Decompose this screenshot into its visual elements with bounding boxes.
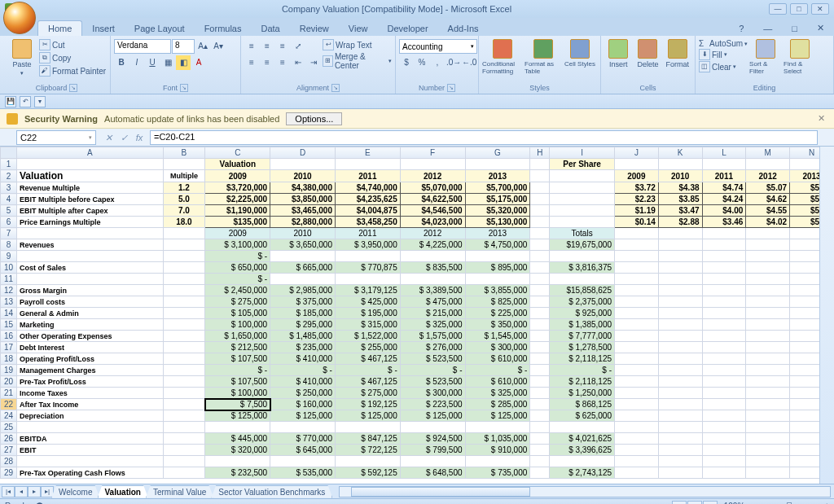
cell-K1[interactable] bbox=[658, 159, 702, 170]
cell-E22[interactable]: $ 192,125 bbox=[335, 399, 400, 410]
cell-A4[interactable]: EBIT Multiple before Capex bbox=[16, 194, 163, 205]
tab-developer[interactable]: Developer bbox=[377, 21, 437, 36]
cell-H3[interactable] bbox=[530, 182, 550, 194]
percent-icon[interactable]: % bbox=[415, 55, 429, 70]
cell-J7[interactable] bbox=[615, 228, 659, 239]
cell-D4[interactable]: $3,850,000 bbox=[270, 194, 336, 205]
paste-button[interactable]: Paste▾ bbox=[7, 37, 37, 77]
col-header-I[interactable]: I bbox=[550, 147, 615, 159]
security-close-icon[interactable]: ✕ bbox=[814, 113, 827, 124]
cell-G6[interactable]: $5,130,000 bbox=[465, 217, 530, 228]
conditional-formatting-button[interactable]: Conditional Formatting bbox=[482, 37, 523, 75]
cell-F15[interactable]: $ 325,000 bbox=[400, 319, 465, 331]
cell-G21[interactable]: $ 325,000 bbox=[465, 388, 530, 399]
sheet-tab-welcome[interactable]: Welcome bbox=[51, 485, 100, 498]
accept-formula-icon[interactable]: ✓ bbox=[116, 130, 131, 145]
cell-J16[interactable] bbox=[615, 331, 659, 342]
office-button[interactable] bbox=[3, 2, 36, 34]
tab-view[interactable]: View bbox=[339, 21, 378, 36]
cell-A9[interactable] bbox=[16, 251, 163, 262]
cell-D12[interactable]: $ 2,985,000 bbox=[270, 285, 336, 296]
cell-F16[interactable]: $ 1,575,000 bbox=[400, 331, 465, 342]
cell-J14[interactable] bbox=[615, 308, 659, 319]
cell-L24[interactable] bbox=[702, 410, 746, 422]
cell-C13[interactable]: $ 275,000 bbox=[205, 296, 270, 308]
cell-H8[interactable] bbox=[530, 239, 550, 251]
cell-M13[interactable] bbox=[746, 296, 790, 308]
cell-F19[interactable]: $ - bbox=[400, 365, 465, 376]
clear-button[interactable]: ◫Clear▾ bbox=[699, 61, 748, 72]
copy-button[interactable]: ⧉Copy bbox=[39, 52, 106, 64]
cell-J20[interactable] bbox=[615, 376, 659, 388]
number-format-select[interactable]: Accounting▾ bbox=[399, 39, 477, 54]
cell-N21[interactable] bbox=[790, 388, 834, 399]
cell-F7[interactable]: 2012 bbox=[400, 228, 465, 239]
cell-L26[interactable] bbox=[702, 433, 746, 445]
cell-B14[interactable] bbox=[163, 308, 205, 319]
font-color-button[interactable]: A bbox=[191, 55, 206, 70]
cell-G26[interactable]: $ 1,035,000 bbox=[465, 433, 530, 445]
cell-D14[interactable]: $ 185,000 bbox=[270, 308, 336, 319]
alignment-launcher-icon[interactable]: ↘ bbox=[331, 84, 340, 92]
cell-K2[interactable]: 2010 bbox=[658, 170, 702, 182]
row-header-11[interactable]: 11 bbox=[1, 274, 17, 285]
cell-I8[interactable]: $19,675,000 bbox=[550, 239, 615, 251]
cell-G9[interactable] bbox=[465, 251, 530, 262]
cell-N3[interactable]: $5.70 bbox=[790, 182, 834, 194]
cell-B24[interactable] bbox=[163, 410, 205, 422]
cell-D27[interactable]: $ 645,000 bbox=[270, 445, 336, 456]
cell-K19[interactable] bbox=[658, 365, 702, 376]
cell-L19[interactable] bbox=[702, 365, 746, 376]
cell-J24[interactable] bbox=[615, 410, 659, 422]
row-header-29[interactable]: 29 bbox=[1, 467, 17, 479]
cell-G24[interactable]: $ 125,000 bbox=[465, 410, 530, 422]
row-header-16[interactable]: 16 bbox=[1, 331, 17, 342]
cell-G4[interactable]: $5,175,000 bbox=[465, 194, 530, 205]
cell-A17[interactable]: Debt Interest bbox=[16, 342, 163, 353]
cell-C19[interactable]: $ - bbox=[205, 365, 270, 376]
cell-J13[interactable] bbox=[615, 296, 659, 308]
cell-D6[interactable]: $2,880,000 bbox=[270, 217, 336, 228]
cell-J8[interactable] bbox=[615, 239, 659, 251]
cell-N8[interactable] bbox=[790, 239, 834, 251]
cell-B29[interactable] bbox=[163, 467, 205, 479]
col-header-N[interactable]: N bbox=[790, 147, 834, 159]
cell-K29[interactable] bbox=[658, 467, 702, 479]
cell-D28[interactable] bbox=[270, 456, 336, 467]
cell-B25[interactable] bbox=[163, 422, 205, 433]
cell-K18[interactable] bbox=[658, 353, 702, 365]
cell-A8[interactable]: Revenues bbox=[16, 239, 163, 251]
font-launcher-icon[interactable]: ↘ bbox=[180, 84, 188, 92]
cell-I9[interactable] bbox=[550, 251, 615, 262]
cell-D26[interactable]: $ 770,000 bbox=[270, 433, 336, 445]
cell-F21[interactable]: $ 300,000 bbox=[400, 388, 465, 399]
cancel-formula-icon[interactable]: ✕ bbox=[101, 130, 116, 145]
cell-L28[interactable] bbox=[702, 456, 746, 467]
format-button[interactable]: Format bbox=[664, 37, 691, 68]
cell-K20[interactable] bbox=[658, 376, 702, 388]
insert-button[interactable]: Insert bbox=[604, 37, 632, 68]
cell-G17[interactable]: $ 300,000 bbox=[465, 342, 530, 353]
cell-H2[interactable] bbox=[530, 170, 550, 182]
cell-K14[interactable] bbox=[658, 308, 702, 319]
cell-A7[interactable] bbox=[16, 228, 163, 239]
cell-F6[interactable]: $4,023,000 bbox=[400, 217, 465, 228]
cell-F26[interactable]: $ 924,500 bbox=[400, 433, 465, 445]
align-bottom-icon[interactable]: ≡ bbox=[275, 39, 290, 54]
row-header-7[interactable]: 7 bbox=[1, 228, 17, 239]
row-header-27[interactable]: 27 bbox=[1, 445, 17, 456]
cell-J27[interactable] bbox=[615, 445, 659, 456]
col-header-E[interactable]: E bbox=[335, 147, 400, 159]
bold-button[interactable]: B bbox=[114, 55, 129, 70]
cell-L8[interactable] bbox=[702, 239, 746, 251]
cell-J18[interactable] bbox=[615, 353, 659, 365]
cell-B16[interactable] bbox=[163, 331, 205, 342]
save-icon[interactable]: 💾 bbox=[5, 96, 16, 107]
cell-B28[interactable] bbox=[163, 456, 205, 467]
cell-L9[interactable] bbox=[702, 251, 746, 262]
cell-B11[interactable] bbox=[163, 274, 205, 285]
cell-E3[interactable]: $4,740,000 bbox=[335, 182, 400, 194]
cell-I29[interactable]: $ 2,743,125 bbox=[550, 467, 615, 479]
cell-C16[interactable]: $ 1,650,000 bbox=[205, 331, 270, 342]
cell-J25[interactable] bbox=[615, 422, 659, 433]
